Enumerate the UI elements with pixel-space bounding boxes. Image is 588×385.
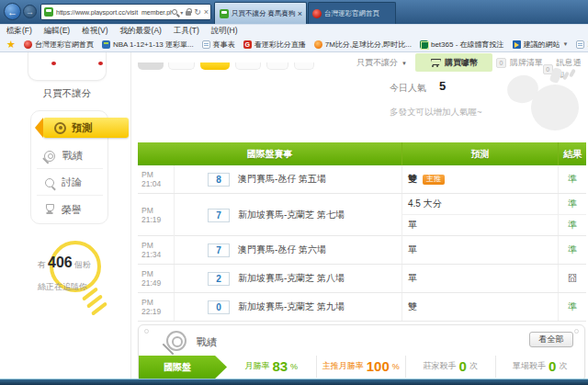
url-text[interactable]: https://www.playsport.cc/visit_member.ph… [56, 9, 172, 16]
tab-favicon [312, 9, 322, 18]
target-icon [54, 122, 66, 134]
cutoff-tab[interactable] [168, 62, 195, 70]
purchase-list-link[interactable]: 0 購牌清單 [496, 57, 543, 69]
stat-month-winrate: 月勝率 83 % [227, 356, 317, 378]
sidebar-item-record[interactable]: 戰績 [37, 143, 103, 169]
tab-favicon [220, 9, 229, 18]
favorite-link[interactable]: 台灣運彩官網首頁 [24, 40, 94, 50]
table-row[interactable]: PM 22:19 0 新加坡賽馬-克蘭芝 第九場 雙 準 [138, 293, 586, 322]
dartboard-icon [44, 151, 55, 162]
view-all-button[interactable]: 看全部 [529, 332, 573, 347]
pick-number: 0 [208, 300, 230, 314]
cutoff-tab-active[interactable] [200, 62, 230, 70]
browser-menubar: 檔案(F) 編輯(E) 檢視(V) 我的最愛(A) 工具(T) 說明(H) [0, 24, 588, 37]
match-time: PM 21:34 [138, 236, 175, 264]
match-time: PM 21:19 [138, 194, 175, 236]
browser-forward-button[interactable]: → [23, 5, 37, 18]
fans-counter: 有406個粉 絲正在追隨你 [38, 252, 107, 296]
popularity-hint: 多發文可以增加人氣喔~ [390, 107, 482, 119]
favorite-link[interactable]: 7M比分,足球比分,即时比... [314, 40, 412, 50]
result-cell: 準 [559, 165, 586, 193]
chevron-down-icon: ▼ [563, 41, 569, 47]
favorite-link[interactable]: 賽事表 [202, 40, 235, 50]
sidebar-item-prediction[interactable]: 預測 [43, 118, 129, 138]
prediction-cell: 雙 主推 [402, 165, 559, 193]
match-name[interactable]: 新加坡賽馬-克蘭芝 第八場 [238, 272, 345, 285]
cutoff-tab[interactable] [138, 62, 164, 70]
page-icon [576, 40, 584, 49]
cutoff-tab[interactable] [294, 62, 314, 70]
menu-edit[interactable]: 編輯(E) [44, 26, 70, 37]
stitch-dot [574, 329, 579, 334]
header-prediction: 預測 [402, 142, 559, 165]
match-time: PM 22:19 [138, 293, 175, 321]
divider [130, 52, 131, 379]
browser-favorites-bar: ★ 台灣運彩官網首頁 NBA 1-12+1-13 運彩單... 賽事表 G看運彩… [0, 37, 588, 52]
result-cell: 囧 [559, 265, 586, 292]
g-icon: G [243, 40, 252, 49]
search-icon[interactable] [172, 9, 177, 15]
match-name[interactable]: 澳門賽馬-氹仔 第六場 [238, 243, 326, 256]
addons-link[interactable]: 取得更多附加元件▼ [576, 40, 588, 50]
stat-single-killer: 單場殺手 0 次 [496, 356, 585, 378]
table-row[interactable]: PM 21:49 2 新加坡賽馬-克蘭芝 第八場 單 囧 [138, 265, 586, 293]
menu-favorites[interactable]: 我的最愛(A) [120, 26, 162, 37]
slices-icon [513, 40, 521, 49]
pick-number: 2 [208, 272, 230, 286]
prediction-cell: 4.5 大分 單 [402, 194, 559, 235]
cutoff-tab[interactable] [266, 62, 288, 70]
match-cell: 8 澳門賽馬-氹仔 第五場 [175, 165, 402, 193]
result-cell: 準 準 [559, 194, 586, 235]
stat-bookie-killer: 莊家殺手 0 次 [406, 356, 496, 378]
username: 只買不讓分 [28, 87, 107, 100]
match-time: PM 21:49 [138, 265, 175, 292]
favorite-link[interactable]: G看運彩比分直播 [243, 40, 306, 50]
menu-view[interactable]: 檢視(V) [82, 26, 107, 37]
address-bar[interactable]: https://www.playsport.cc/visit_member.ph… [40, 4, 211, 20]
screenshot-root: ← → https://www.playsport.cc/visit_membe… [0, 0, 588, 385]
stop-icon[interactable]: × [204, 8, 209, 17]
menu-tools[interactable]: 工具(T) [174, 26, 199, 37]
prediction-cell: 單 [402, 265, 559, 292]
suggested-sites-link[interactable]: 建議的網站▼ [513, 40, 569, 50]
record-card: 戰績 看全部 國際盤 月勝率 83 % 主推月勝率 100 % 莊家殺手 0 次… [138, 324, 585, 381]
buy-coins-button[interactable]: 購買噱幣 [415, 53, 492, 72]
match-cell: 7 新加坡賽馬-克蘭芝 第七場 [175, 194, 402, 236]
table-row[interactable]: PM 21:19 7 新加坡賽馬-克蘭芝 第七場 4.5 大分 單 準 準 [138, 194, 586, 236]
avatar-detail [98, 62, 103, 65]
stat-mainpick-winrate: 主推月勝率 100 % [317, 356, 407, 378]
stitch-dot [144, 329, 149, 334]
match-cell: 2 新加坡賽馬-克蘭芝 第八場 [175, 265, 402, 292]
match-cell: 0 新加坡賽馬-克蘭芝 第九場 [175, 293, 402, 321]
match-name[interactable]: 新加坡賽馬-克蘭芝 第七場 [238, 209, 345, 221]
favorite-link[interactable]: bet365 - 在線體育投注 [420, 40, 504, 50]
trophy-icon [44, 204, 54, 215]
user-dropdown[interactable]: 只買不讓分 ▼ [356, 57, 407, 69]
stats-bar: 國際盤 月勝率 83 % 主推月勝率 100 % 莊家殺手 0 次 單場殺手 0… [139, 352, 584, 380]
menu-help[interactable]: 說明(H) [211, 26, 238, 37]
table-row[interactable]: PM 21:04 8 澳門賽馬-氹仔 第五場 雙 主推 準 [138, 165, 586, 194]
chevron-down-icon[interactable]: ▾ [180, 9, 183, 16]
pick-number: 8 [208, 173, 230, 187]
browser-tab-inactive[interactable]: 台灣運彩官網首頁 [308, 2, 396, 24]
pick-number: 7 [208, 243, 230, 257]
menu-file[interactable]: 檔案(F) [6, 26, 32, 37]
match-name[interactable]: 澳門賽馬-氹仔 第五場 [238, 173, 326, 186]
table-row[interactable]: PM 21:34 7 澳門賽馬-氹仔 第六場 單 準 [138, 236, 586, 265]
close-tab-icon[interactable]: × [298, 9, 302, 18]
sidebar-item-discussion[interactable]: 討論 [37, 170, 103, 196]
header-result: 結果 [559, 142, 586, 165]
playsport-icon [102, 40, 110, 49]
favorites-star-icon[interactable]: ★ [6, 40, 16, 50]
cutoff-tab[interactable] [235, 62, 261, 70]
favorite-link[interactable]: NBA 1-12+1-13 運彩單... [102, 40, 194, 50]
result-cell: 準 [559, 236, 586, 264]
page-icon [202, 40, 210, 49]
refresh-icon[interactable]: ↻ [194, 8, 201, 17]
lottery-icon [24, 40, 32, 49]
match-time: PM 21:04 [138, 165, 175, 193]
match-name[interactable]: 新加坡賽馬-克蘭芝 第九場 [238, 300, 345, 313]
browser-back-button[interactable]: ← [4, 3, 21, 20]
browser-tab-active[interactable]: 只買不讓分 賽馬賽狗 本日... × [214, 2, 307, 24]
sidebar-item-honor[interactable]: 榮譽 [37, 197, 103, 222]
